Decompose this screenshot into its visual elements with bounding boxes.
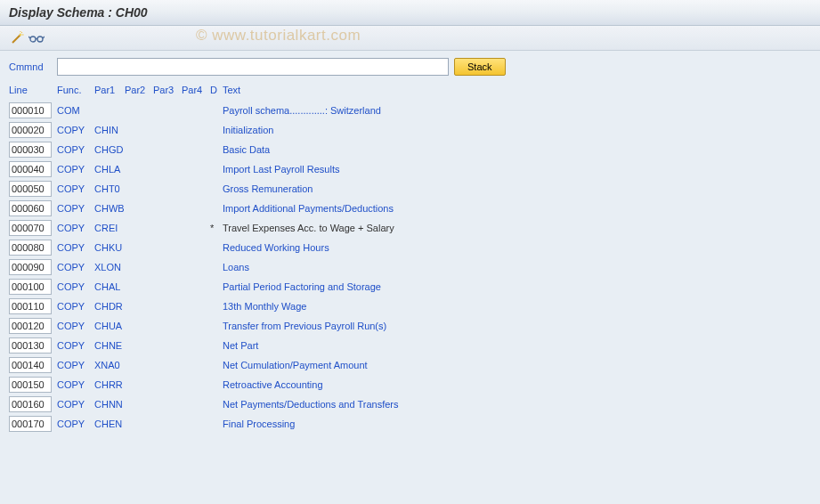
cell-text: Basic Data <box>223 144 811 155</box>
line-input[interactable] <box>9 416 52 432</box>
cell-text: Gross Remuneration <box>223 183 811 194</box>
cell-func: COPY <box>57 125 94 135</box>
cell-text: Reduced Working Hours <box>223 242 811 253</box>
toolbar <box>0 26 820 51</box>
line-input[interactable] <box>9 279 52 295</box>
table-row: COPYCHINInitialization <box>9 120 811 140</box>
table-row: COPYCHWBImport Additional Payments/Deduc… <box>9 199 811 218</box>
cell-func: COPY <box>57 340 94 351</box>
line-input[interactable] <box>9 181 52 197</box>
cell-func: COPY <box>57 360 94 370</box>
glasses-icon[interactable] <box>28 30 45 46</box>
line-input[interactable] <box>9 122 52 138</box>
cell-text: Travel Expenses Acc. to Wage + Salary <box>223 223 811 233</box>
table-row: COPYCHT0Gross Remuneration <box>9 179 811 199</box>
table-row: COPYCHNNNet Payments/Deductions and Tran… <box>9 394 811 414</box>
cell-par1: CHNN <box>94 399 125 410</box>
cell-func: COPY <box>57 321 94 331</box>
cell-func: COPY <box>57 301 94 312</box>
cell-par1: XLON <box>94 262 125 272</box>
header-par3: Par3 <box>153 85 182 95</box>
cell-func: COM <box>57 105 94 116</box>
cell-text: Net Part <box>223 340 811 351</box>
cell-func: COPY <box>57 379 94 390</box>
cell-func: COPY <box>57 281 94 292</box>
schema-table: Line Func. Par1 Par2 Par3 Par4 D Text CO… <box>0 81 820 434</box>
cell-par1: CHRR <box>94 379 125 390</box>
line-input[interactable] <box>9 220 52 236</box>
header-text: Text <box>223 85 811 95</box>
header-func: Func. <box>57 85 94 95</box>
header-line: Line <box>9 85 57 95</box>
svg-point-6 <box>37 37 43 42</box>
table-row: COPYCHUATransfer from Previous Payroll R… <box>9 316 811 336</box>
line-input[interactable] <box>9 396 52 412</box>
command-label: Cmmnd <box>9 61 52 72</box>
cell-par1: CHWB <box>94 203 125 214</box>
line-input[interactable] <box>9 240 52 256</box>
svg-line-7 <box>28 37 30 38</box>
table-row: COPYXLONLoans <box>9 257 811 277</box>
cell-par1: CHT0 <box>94 183 125 194</box>
svg-line-0 <box>12 35 20 43</box>
cell-par1: CHIN <box>94 125 125 135</box>
cell-func: COPY <box>57 183 94 194</box>
cell-func: COPY <box>57 203 94 214</box>
cell-text: Import Last Payroll Results <box>223 164 811 175</box>
cell-text: Initialization <box>223 125 811 135</box>
line-input[interactable] <box>9 318 52 334</box>
cell-text: 13th Monthly Wage <box>223 301 811 312</box>
line-input[interactable] <box>9 200 52 216</box>
cell-par1: CHDR <box>94 301 125 312</box>
line-input[interactable] <box>9 298 52 314</box>
cell-par1: CHEN <box>94 419 125 429</box>
table-row: COPYCREI*Travel Expenses Acc. to Wage + … <box>9 218 811 238</box>
cell-d: * <box>210 223 223 233</box>
command-input[interactable] <box>57 58 449 76</box>
line-input[interactable] <box>9 161 52 177</box>
table-row: COPYCHKUReduced Working Hours <box>9 238 811 257</box>
table-row: COPYCHALPartial Period Factoring and Sto… <box>9 277 811 297</box>
table-row: COPYCHNENet Part <box>9 336 811 355</box>
cell-func: COPY <box>57 399 94 410</box>
cell-func: COPY <box>57 223 94 233</box>
table-row: COMPayroll schema.............: Switzerl… <box>9 101 811 120</box>
cell-text: Import Additional Payments/Deductions <box>223 203 811 214</box>
line-input[interactable] <box>9 102 52 118</box>
table-row: COPYCHDR13th Monthly Wage <box>9 297 811 316</box>
command-row: Cmmnd Stack <box>0 51 820 81</box>
cell-func: COPY <box>57 144 94 155</box>
cell-text: Final Processing <box>223 419 811 429</box>
cell-par1: CHGD <box>94 144 125 155</box>
line-input[interactable] <box>9 337 52 354</box>
header-par4: Par4 <box>182 85 210 95</box>
svg-line-2 <box>21 32 22 33</box>
line-input[interactable] <box>9 377 52 393</box>
line-input[interactable] <box>9 357 52 373</box>
table-row: COPYCHENFinal Processing <box>9 414 811 434</box>
cell-par1: CHNE <box>94 340 125 351</box>
table-row: COPYXNA0Net Cumulation/Payment Amount <box>9 355 811 375</box>
svg-point-1 <box>20 33 22 36</box>
window-title: Display Schema : CH00 <box>0 0 820 26</box>
stack-button[interactable]: Stack <box>454 58 506 76</box>
line-input[interactable] <box>9 259 52 275</box>
header-par2: Par2 <box>125 85 153 95</box>
cell-text: Net Cumulation/Payment Amount <box>223 360 811 370</box>
line-input[interactable] <box>9 142 52 158</box>
cell-par1: CHUA <box>94 321 125 331</box>
cell-func: COPY <box>57 262 94 272</box>
wand-icon[interactable] <box>9 30 25 46</box>
cell-text: Retroactive Accounting <box>223 379 811 390</box>
cell-func: COPY <box>57 419 94 429</box>
cell-text: Net Payments/Deductions and Transfers <box>223 399 811 410</box>
cell-func: COPY <box>57 164 94 175</box>
cell-par1: CHAL <box>94 281 125 292</box>
table-row: COPYCHRRRetroactive Accounting <box>9 375 811 394</box>
cell-par1: XNA0 <box>94 360 125 370</box>
cell-func: COPY <box>57 242 94 253</box>
table-row: COPYCHGDBasic Data <box>9 140 811 159</box>
svg-line-8 <box>43 37 45 38</box>
cell-par1: CREI <box>94 223 125 233</box>
table-header: Line Func. Par1 Par2 Par3 Par4 D Text <box>9 81 811 101</box>
